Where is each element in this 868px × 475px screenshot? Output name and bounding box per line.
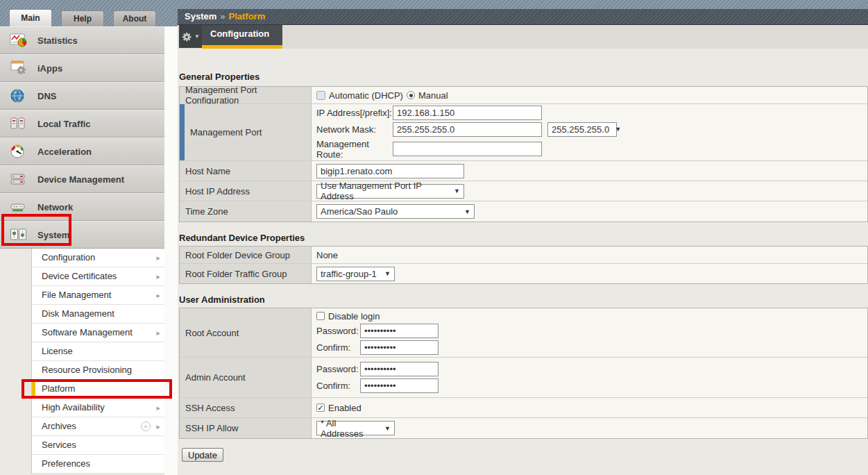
root-password-label: Password:: [316, 326, 360, 336]
options-gear-button[interactable]: ▼: [179, 25, 202, 48]
root-password-input[interactable]: [360, 324, 439, 338]
submenu-item-resource-provisioning[interactable]: Resource Provisioning: [32, 361, 164, 380]
submenu-item-label: File Management: [42, 290, 111, 300]
chevron-right-icon: ▸: [156, 267, 160, 285]
user-administration-table: Root Account Disable login Password: Con…: [179, 308, 868, 439]
submenu-item-device-certificates[interactable]: Device Certificates ▸: [32, 267, 164, 286]
breadcrumb-section: System: [185, 11, 216, 22]
submenu-item-software-management[interactable]: Software Management ▸: [32, 324, 164, 342]
time-zone-select[interactable]: America/Sao Paulo ▼: [316, 204, 475, 219]
breadcrumb: System»Platform: [178, 9, 868, 25]
submenu-item-label: Resource Provisioning: [42, 365, 132, 375]
sidebar-item-label: Network: [37, 202, 73, 212]
network-icon: [10, 199, 28, 215]
row-ssh-ip-allow: SSH IP Allow * All Addresses ▼: [180, 418, 867, 438]
radio-manual[interactable]: [407, 91, 415, 99]
sidebar-item-statistics[interactable]: Statistics: [0, 26, 164, 54]
host-name-input[interactable]: [316, 164, 464, 178]
section-title-general-properties: General Properties: [179, 72, 259, 82]
submenu-item-high-availability[interactable]: High Availability ▸: [32, 399, 164, 417]
disable-login-checkbox[interactable]: [316, 312, 325, 320]
row-ssh-access: SSH Access ✓ Enabled: [180, 398, 867, 418]
top-strip: [0, 0, 868, 9]
breadcrumb-separator: »: [220, 11, 225, 22]
root-confirm-input[interactable]: [360, 340, 439, 355]
row-management-port: Management Port IP Address[/prefix]: Net…: [180, 104, 867, 161]
submenu-item-label: Preferences: [42, 458, 90, 469]
gear-caret-icon: ▼: [194, 33, 200, 40]
sidebar-item-label: iApps: [37, 63, 62, 74]
disable-login-label: Disable login: [328, 311, 380, 322]
dns-icon: [10, 88, 28, 103]
tab-configuration[interactable]: Configuration: [202, 25, 282, 49]
field-label: Management Port Configuration: [180, 87, 312, 103]
bigip-admin-screen: Main Help About System»Platform ▼ Config…: [0, 0, 868, 475]
redundant-device-properties-table: Root Folder Device Group None Root Folde…: [179, 246, 868, 284]
sidebar-item-label: Local Traffic: [37, 119, 91, 129]
section-title-redundant-device-properties: Redundant Device Properties: [179, 233, 305, 243]
update-button[interactable]: Update: [182, 448, 223, 462]
page-toolbar: ▼ Configuration: [178, 25, 868, 49]
tab-about[interactable]: About: [113, 10, 156, 26]
row-management-port-configuration: Management Port Configuration Automatic …: [180, 87, 867, 104]
sidebar-item-label: DNS: [37, 91, 56, 101]
general-properties-table: Management Port Configuration Automatic …: [179, 86, 868, 222]
plus-circle-icon[interactable]: +: [141, 422, 151, 431]
tab-help[interactable]: Help: [61, 10, 104, 26]
sidebar-item-label: Device Management: [37, 174, 124, 185]
sidebar-item-dns[interactable]: DNS: [0, 82, 164, 110]
host-ip-address-select[interactable]: Use Management Port IP Address ▼: [316, 184, 464, 199]
submenu-item-label: License: [42, 346, 73, 356]
submenu-item-preferences[interactable]: Preferences: [32, 455, 164, 474]
submenu-item-license[interactable]: License: [32, 342, 164, 361]
submenu-item-file-management[interactable]: File Management ▸: [32, 286, 164, 305]
submenu-item-disk-management[interactable]: Disk Management: [32, 305, 164, 324]
ssh-access-checkbox[interactable]: ✓: [316, 403, 325, 412]
field-label: Root Folder Traffic Group: [180, 264, 312, 283]
platform-configuration-page: General Properties Management Port Confi…: [178, 49, 868, 475]
management-route-label: Management Route:: [316, 139, 393, 160]
radio-label-automatic-dhcp: Automatic (DHCP): [329, 90, 403, 101]
section-title-user-administration: User Administration: [179, 294, 265, 305]
row-time-zone: Time Zone America/Sao Paulo ▼: [180, 201, 867, 222]
chevron-right-icon: ▸: [156, 324, 160, 342]
admin-password-label: Password:: [316, 364, 360, 374]
submenu-item-configuration[interactable]: Configuration ▸: [32, 249, 164, 267]
field-label: Host IP Address: [180, 181, 312, 201]
submenu-item-label: Archives: [42, 421, 76, 431]
ssh-ip-allow-select-value: * All Addresses: [321, 418, 379, 439]
main-tab-strip: Main Help About: [0, 9, 178, 26]
submenu-item-label: Configuration: [42, 252, 95, 262]
ip-address-input[interactable]: [393, 106, 542, 120]
network-mask-select[interactable]: 255.255.255.0 ▼: [547, 122, 617, 137]
sidebar-item-acceleration[interactable]: Acceleration: [0, 138, 164, 165]
field-label: Management Port: [180, 104, 312, 160]
management-route-input[interactable]: [393, 142, 542, 156]
submenu-item-label: Device Certificates: [42, 271, 117, 281]
root-folder-device-group-value: None: [316, 250, 338, 260]
sidebar-item-device-management[interactable]: Device Management: [0, 165, 164, 193]
platform-highlight-annotation: [22, 379, 172, 399]
root-folder-traffic-group-select[interactable]: traffic-group-1 ▼: [316, 267, 395, 281]
radio-label-manual: Manual: [418, 90, 448, 101]
row-root-folder-device-group: Root Folder Device Group None: [180, 247, 867, 264]
submenu-item-services[interactable]: Services: [32, 436, 164, 455]
radio-automatic-dhcp[interactable]: [316, 91, 325, 100]
sidebar-item-local-traffic[interactable]: Local Traffic: [0, 110, 164, 138]
management-port-accent-bar: [180, 104, 185, 160]
submenu-item-label: Disk Management: [42, 308, 114, 319]
submenu-item-archives[interactable]: Archives + ▸: [32, 417, 164, 436]
network-mask-input[interactable]: [393, 122, 542, 137]
admin-confirm-input[interactable]: [360, 378, 439, 393]
tab-main[interactable]: Main: [9, 9, 52, 26]
ssh-ip-allow-select[interactable]: * All Addresses ▼: [316, 421, 395, 435]
sidebar-item-iapps[interactable]: iApps: [0, 54, 164, 82]
admin-password-input[interactable]: [360, 362, 439, 376]
chevron-right-icon: ▸: [156, 286, 160, 304]
admin-confirm-label: Confirm:: [316, 381, 360, 391]
ip-address-label: IP Address[/prefix]:: [316, 108, 393, 118]
field-label: Root Folder Device Group: [180, 247, 312, 263]
iapps-icon: [10, 60, 28, 76]
field-label: SSH Access: [180, 398, 312, 417]
chevron-down-icon: ▼: [384, 270, 391, 277]
